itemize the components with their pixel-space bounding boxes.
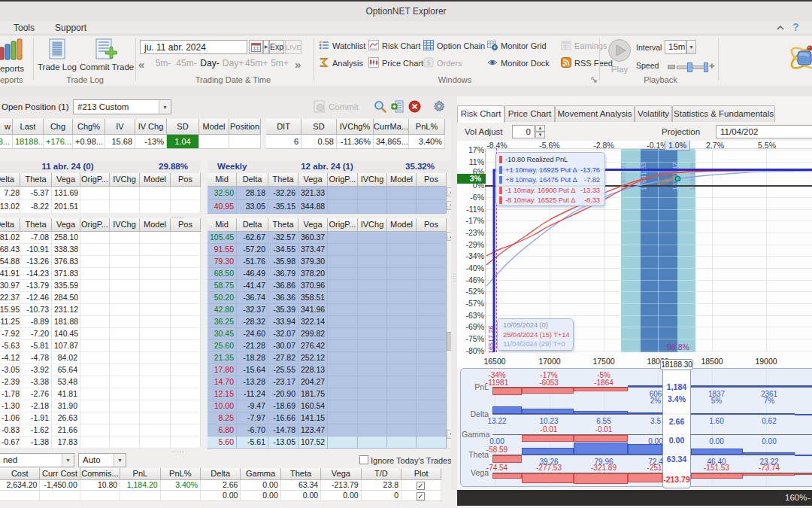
- chain-cell: 91.55: [208, 244, 237, 256]
- trading-date-input[interactable]: ju. 11 abr. 2024: [140, 40, 247, 54]
- tab-statistics-fundamentals[interactable]: Statistics & Fundamentals: [672, 105, 775, 122]
- search-icon[interactable]: [374, 100, 386, 113]
- date-legend-tooltip: 10/05/2024 (0)25/04/2024 (15) T+1411/04/…: [497, 318, 574, 351]
- chain-cell: [387, 400, 417, 412]
- time-step-45mminus[interactable]: 45m-: [175, 58, 198, 70]
- vol-adjust-spin-up[interactable]: ▲: [535, 125, 545, 132]
- menu-bar: Tools Support ?: [0, 21, 812, 35]
- strategy-combo-arrow[interactable]: ▼: [62, 454, 74, 467]
- strategy-combo[interactable]: ned ▼: [0, 453, 74, 467]
- svg-text:$: $: [427, 59, 431, 67]
- reports-button[interactable]: eports: [0, 37, 35, 75]
- windows-item-price-chart[interactable]: Price Chart: [368, 56, 423, 70]
- add-position-icon[interactable]: [391, 100, 404, 113]
- totals-cell: 2.66: [201, 480, 241, 491]
- chain-cell: [80, 280, 110, 292]
- interval-combo[interactable]: 15m: [665, 40, 686, 54]
- ribbon-collapse-chevron-icon[interactable]: [776, 23, 785, 32]
- auto-combo-arrow[interactable]: ▼: [114, 454, 126, 467]
- plot-checkbox[interactable]: ✓: [417, 482, 425, 490]
- windows-item-analysis[interactable]: Analysis: [319, 56, 363, 70]
- windows-dialog-launcher-icon[interactable]: [591, 77, 598, 84]
- y-axis-label: -69%: [457, 322, 484, 331]
- tab-movement-analysis[interactable]: Movement Analysis: [555, 105, 635, 122]
- interval-combo-arrow[interactable]: ▼: [686, 40, 696, 54]
- position-combo-arrow[interactable]: ▼: [159, 100, 171, 114]
- chain-cell: [171, 364, 201, 376]
- chain-cell: [328, 280, 358, 292]
- windows-item-watchlist[interactable]: Watchlist: [319, 39, 365, 53]
- calendar-button[interactable]: [249, 40, 263, 54]
- greek-bar: [574, 443, 628, 455]
- time-step-dayplus[interactable]: Day+: [222, 58, 244, 70]
- windows-item-orders: $Orders: [423, 56, 462, 70]
- plot-checkbox[interactable]: ✓: [417, 492, 425, 500]
- ignore-trades-checkbox[interactable]: [359, 455, 368, 464]
- time-step-5mplus[interactable]: 5m+: [268, 58, 291, 70]
- chain-cell: 284.50: [52, 292, 80, 304]
- live-button[interactable]: LIVE: [285, 40, 301, 54]
- tab-price-chart[interactable]: Price Chart: [504, 105, 555, 122]
- time-step-45mplus[interactable]: 45m+: [245, 58, 268, 70]
- time-step-5mminus[interactable]: 5m-: [152, 58, 174, 70]
- step-back-fast-button[interactable]: «: [138, 58, 144, 71]
- help-icon[interactable]: ?: [792, 21, 799, 33]
- auto-combo[interactable]: Auto ▼: [78, 453, 126, 467]
- splitter-dots-mid[interactable]: .....: [171, 214, 189, 217]
- totals-col-header: PnL%: [161, 468, 201, 480]
- vol-adjust-input[interactable]: 0: [512, 125, 535, 138]
- chain-cell: -7.92: [0, 328, 20, 340]
- chain-cell: [110, 256, 140, 268]
- menu-tools[interactable]: Tools: [5, 21, 44, 35]
- chain-cell: [328, 244, 358, 256]
- zoom-out-button[interactable]: -: [807, 492, 810, 503]
- chain-cell: -11.25: [0, 316, 20, 328]
- totals-cell: 10.80: [80, 480, 120, 491]
- trade-log-button[interactable]: Trade Log: [36, 37, 78, 75]
- position-combo[interactable]: #213 Custom ▼: [73, 99, 171, 114]
- goto-expiry-button[interactable]: ▶: [263, 40, 269, 54]
- chain-cell: [171, 424, 201, 437]
- settings-gear-icon[interactable]: [433, 100, 445, 112]
- chain-cell: [387, 200, 417, 214]
- greek-bar: [691, 385, 743, 388]
- play-button[interactable]: Play: [606, 38, 633, 75]
- vol-adjust-value: 0: [526, 127, 531, 136]
- time-step-dayminus[interactable]: Day-: [198, 58, 221, 70]
- speed-increase-icon[interactable]: ✚: [709, 64, 714, 69]
- tab-volatility[interactable]: Volatility: [635, 105, 672, 122]
- chain-cell: -4.78: [20, 352, 52, 364]
- legend-position-text: +8 10may. 16475 Put Δ: [505, 175, 577, 184]
- windows-item-monitor-dock[interactable]: Monitor Dock: [487, 56, 550, 70]
- greek-value: 0.00: [762, 437, 776, 446]
- vol-adjust-spin-down[interactable]: ▼: [535, 132, 545, 138]
- chain-cell: [110, 352, 140, 364]
- splitter-dots-bottom[interactable]: .....: [171, 449, 189, 452]
- chain-cell: 252.12: [298, 352, 328, 364]
- windows-item-rss-feed[interactable]: RSS Feed: [561, 56, 613, 70]
- step-forward-fast-button[interactable]: »: [295, 58, 301, 71]
- close-position-icon[interactable]: [408, 100, 421, 113]
- commit-button[interactable]: Commit: [314, 99, 362, 115]
- commit-trade-button[interactable]: Commit Trade: [80, 37, 132, 75]
- panel-splitter[interactable]: ········: [451, 96, 457, 490]
- chain-cell: -5.63: [0, 340, 20, 352]
- speed-slider-min-cap: [668, 65, 675, 69]
- speed-slider-thumb[interactable]: [687, 62, 692, 72]
- windows-item-risk-chart[interactable]: Risk Chart: [368, 39, 420, 53]
- speed-slider[interactable]: ✚: [668, 62, 711, 70]
- chain-cell: -30.07: [268, 340, 298, 352]
- chain-cell: 373.47: [298, 244, 328, 256]
- totals-table: CostCurr CostCommis...PnLPnL%DeltaGammaT…: [0, 468, 451, 500]
- exp-button[interactable]: Exp: [269, 40, 284, 54]
- windows-item-option-chain[interactable]: Option Chain: [423, 39, 485, 53]
- chain-cell: [140, 364, 171, 376]
- risk-chart[interactable]: 17672.0117841.8318181.4718351.29-8.4%-5.…: [457, 141, 812, 368]
- tab-risk-chart[interactable]: Risk Chart: [457, 105, 504, 123]
- chain-cell: [387, 388, 417, 400]
- chain-cell: 12.15: [208, 388, 237, 400]
- menu-support[interactable]: Support: [46, 21, 95, 35]
- reports-button-label: eports: [0, 64, 24, 73]
- windows-item-monitor-grid[interactable]: Monitor Grid: [487, 39, 547, 53]
- projection-date-input[interactable]: 11/04/202: [716, 125, 812, 138]
